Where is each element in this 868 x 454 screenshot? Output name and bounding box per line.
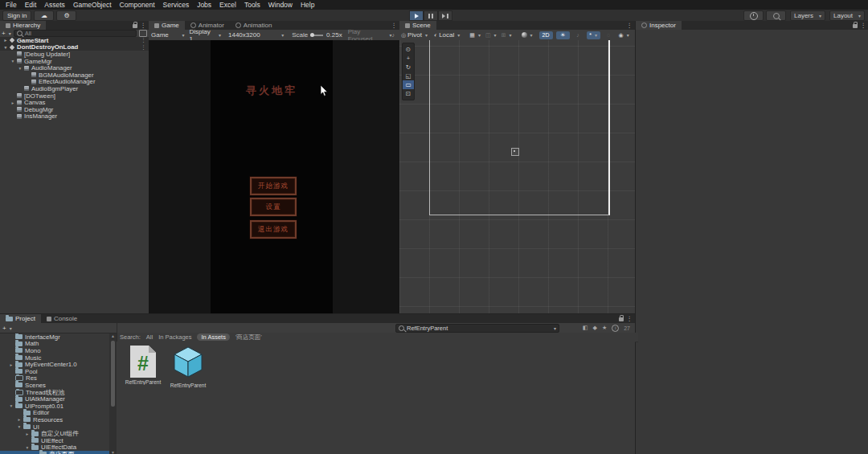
favorites-icon[interactable]: ★ (602, 325, 607, 331)
project-tree-row[interactable]: ▾UIPrompt0.01 (0, 403, 109, 410)
create-asset-button[interactable]: + (2, 325, 12, 332)
hierarchy-row[interactable]: [Debug Updater] (0, 51, 149, 58)
scope-in-assets[interactable]: In Assets (197, 333, 229, 341)
hierarchy-row[interactable]: DebugMgr (0, 106, 149, 113)
menu-item-excel[interactable]: Excel (215, 0, 240, 10)
project-tree-row[interactable]: Pool (0, 368, 109, 375)
menu-item-window[interactable]: Window (264, 0, 297, 10)
pivot-dropdown[interactable]: ◎Pivot (401, 31, 428, 39)
kebab-menu-icon[interactable]: ⋮ (391, 22, 398, 29)
project-tree-row[interactable]: ▸自定义UI组件 (0, 430, 109, 437)
settings-button[interactable]: ⚙ (56, 10, 76, 21)
expand-icon[interactable]: ▸ (8, 362, 14, 367)
project-tree-row[interactable]: Editor (0, 410, 109, 417)
cloud-services-button[interactable]: ☁ (34, 10, 54, 21)
hierarchy-row[interactable]: ▸GameStart⋮ (0, 37, 149, 44)
view-tool-button[interactable]: ⊙ (403, 45, 414, 54)
audio-toggle[interactable]: ♪ (571, 31, 585, 39)
kebab-menu-icon[interactable]: ⋮ (141, 44, 146, 51)
draw-mode-dropdown[interactable] (520, 31, 534, 39)
rect-tool-button[interactable]: ▭ (403, 80, 414, 89)
collapse-icon[interactable]: ▾ (2, 45, 9, 50)
expand-icon[interactable]: ▸ (24, 432, 31, 436)
hidden-count-badge[interactable]: 27 (624, 325, 630, 331)
scope-all[interactable]: All (146, 333, 153, 341)
scope-context-folder[interactable]: '商店页面' (235, 333, 262, 342)
kebab-menu-icon[interactable]: ⋮ (141, 22, 147, 29)
lock-icon[interactable] (853, 24, 858, 28)
game-menu-button[interactable]: 退出游戏 (250, 220, 297, 239)
move-tool-button[interactable]: + (403, 54, 414, 63)
sign-in-button[interactable]: Sign in (2, 10, 31, 21)
expand-icon[interactable]: ▸ (10, 100, 16, 105)
2d-toggle[interactable]: 2D (539, 31, 553, 39)
rotate-tool-button[interactable]: ↻ (403, 63, 414, 72)
tab-project[interactable]: Project (0, 314, 41, 323)
tree-scrollbar[interactable]: ▲ ▼ (109, 333, 117, 454)
hidden-objects-icon[interactable]: ◌ (602, 31, 616, 39)
scene-view-content[interactable]: ⊙ + ↻ ◱ ▭ ⊡ (399, 40, 635, 313)
effects-dropdown[interactable]: * (587, 31, 600, 39)
asset-tile-script[interactable]: RefEntryParent (122, 346, 164, 385)
collapse-icon[interactable]: ▾ (10, 59, 16, 63)
tab-inspector[interactable]: Inspector (636, 21, 682, 30)
hierarchy-row[interactable]: AudioBgmPlayer (0, 85, 149, 92)
collapse-icon[interactable]: ▾ (8, 403, 14, 408)
hierarchy-row[interactable]: ▸Canvas (0, 99, 149, 106)
hierarchy-row[interactable]: InsManager (0, 113, 149, 121)
lock-icon[interactable] (619, 317, 624, 321)
resolution-dropdown[interactable]: 1440x3200 (228, 31, 284, 39)
undo-history-button[interactable] (743, 10, 764, 21)
display-target-dropdown[interactable]: Game (151, 31, 185, 39)
collapse-icon[interactable]: ▾ (17, 66, 23, 71)
asset-tile-prefab[interactable]: RefEntryParent (167, 346, 209, 388)
scope-in-packages[interactable]: In Packages (158, 333, 191, 341)
expand-icon[interactable]: ▸ (2, 38, 9, 43)
kebab-menu-icon[interactable]: ⋮ (627, 316, 633, 322)
menu-item-edit[interactable]: Edit (21, 0, 41, 10)
scale-tool-button[interactable]: ◱ (403, 72, 414, 80)
collapse-icon[interactable]: ▾ (24, 445, 31, 450)
kebab-menu-icon[interactable]: ⋮ (861, 22, 867, 29)
scroll-up-icon[interactable]: ▲ (109, 333, 117, 338)
pause-button[interactable] (424, 10, 438, 21)
hierarchy-row[interactable]: [DOTween] (0, 92, 149, 100)
tab-hierarchy[interactable]: Hierarchy (0, 21, 46, 30)
kebab-menu-icon[interactable]: ⋮ (627, 22, 633, 29)
hierarchy-row[interactable]: BGMAudioManager (0, 72, 149, 79)
asset-grid[interactable]: RefEntryParentRefEntryParent (117, 342, 635, 454)
layers-dropdown[interactable]: Layers▾ (790, 10, 825, 21)
tab-console[interactable]: Console (41, 314, 83, 323)
info-icon[interactable]: i (612, 325, 619, 332)
lighting-toggle[interactable]: ☀ (556, 31, 570, 39)
filter-by-type-icon[interactable]: ◧ (583, 325, 588, 331)
project-tree-row[interactable]: UIEffect (0, 437, 109, 444)
hierarchy-row[interactable]: EffectAudioManager (0, 79, 149, 86)
snap-increment-dropdown[interactable]: ◫ (484, 31, 498, 39)
menu-item-assets[interactable]: Assets (40, 0, 69, 10)
menu-item-services[interactable]: Services (159, 0, 194, 10)
search-button[interactable] (766, 10, 786, 21)
project-tree-row[interactable]: ▸Resources (0, 416, 109, 423)
grid-snap-dropdown[interactable]: ⊞ (500, 31, 514, 39)
menu-item-jobs[interactable]: Jobs (193, 0, 215, 10)
play-button[interactable] (409, 10, 424, 21)
project-tree-row[interactable]: 商店页面 (0, 451, 109, 454)
scale-slider[interactable] (310, 35, 323, 36)
create-object-button[interactable]: + (2, 30, 11, 37)
local-dropdown[interactable]: ◐Local (434, 31, 460, 39)
tab-animator[interactable]: Animator (185, 21, 230, 30)
tab-scene[interactable]: Scene (399, 21, 436, 30)
kebab-menu-icon[interactable]: ⋮ (141, 37, 146, 43)
menu-item-help[interactable]: Help (297, 0, 318, 10)
scroll-down-icon[interactable]: ▼ (109, 450, 117, 454)
collapse-icon[interactable]: ▾ (16, 424, 23, 429)
menu-item-file[interactable]: File (2, 0, 21, 10)
camera-settings-dropdown[interactable]: ◉ (617, 31, 631, 39)
hierarchy-row[interactable]: ▾DontDestroyOnLoad⋮ (0, 44, 149, 51)
layout-dropdown[interactable]: Layout▾ (829, 10, 865, 21)
filter-by-label-icon[interactable]: ◆ (593, 325, 597, 331)
hierarchy-row[interactable]: ▾GameMgr (0, 58, 149, 65)
game-menu-button[interactable]: 设置 (250, 198, 297, 216)
menu-item-component[interactable]: Component (116, 0, 159, 10)
